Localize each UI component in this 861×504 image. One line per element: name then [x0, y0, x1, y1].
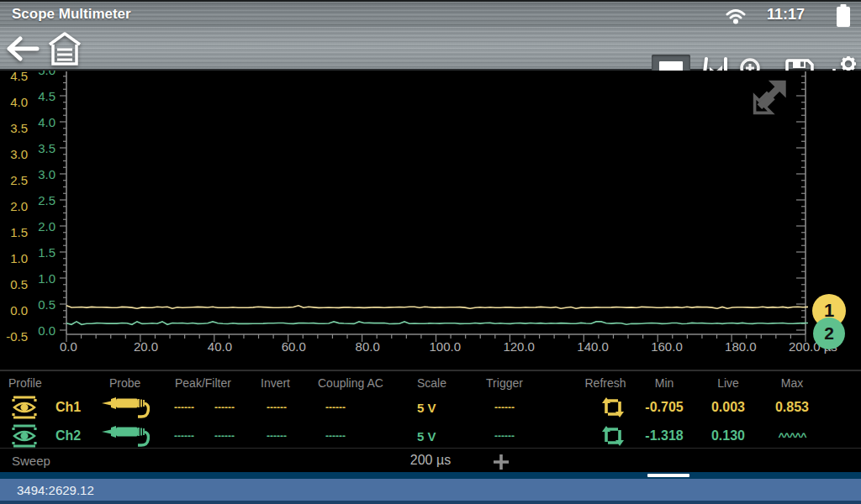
- channel1-row: Ch1 ------ ------ ------ ------ 5 V ----…: [0, 393, 861, 422]
- x-axis-label: 0.0: [60, 339, 77, 354]
- ch1-y-axis-label: 0.5: [0, 277, 28, 291]
- ch2-y-axis-label: 3.5: [30, 141, 55, 155]
- header-live: Live: [699, 376, 758, 390]
- toolbar: [0, 27, 861, 71]
- ch1-y-axis-label: -0.5: [0, 329, 28, 344]
- ch2-y-axis-label: 4.0: [30, 115, 55, 129]
- scope-plot: [0, 71, 861, 370]
- ch2-y-axis-label: 2.0: [30, 219, 55, 234]
- scope-multimeter-app: Scope Multimeter 11:17: [0, 0, 861, 504]
- x-axis-label: 20.0: [134, 339, 158, 354]
- ch2-coupling-setting[interactable]: ------: [325, 422, 346, 450]
- home-button[interactable]: [46, 29, 83, 69]
- header-coupling: Coupling AC: [318, 376, 383, 390]
- ch2-y-axis-label: 0.0: [30, 323, 55, 338]
- header-peak-filter: Peak/Filter: [175, 376, 231, 390]
- ch1-y-axis-label: 3.0: [0, 147, 28, 161]
- sweep-label: Sweep: [12, 454, 50, 468]
- ch2-filter-setting[interactable]: ------: [214, 422, 235, 450]
- footer-status-bar: 3494:2629.12: [0, 479, 861, 504]
- channel2-row: Ch2 ------ ------ ------ ------ 5 V ----…: [0, 422, 861, 450]
- ch1-y-axis-label: 4.5: [0, 71, 28, 83]
- ch2-y-axis-label: 1.0: [30, 271, 55, 286]
- ch1-y-axis-label: 1.5: [0, 225, 28, 239]
- channel-settings-panel: Profile Probe Peak/Filter Invert Couplin…: [0, 370, 861, 448]
- ch2-peak-setting[interactable]: ------: [174, 422, 194, 450]
- scope-graph-area[interactable]: 4.54.03.53.02.52.01.51.00.50.0-0.55.04.5…: [0, 71, 861, 370]
- nav-handle[interactable]: [647, 474, 689, 477]
- ch1-invert-setting[interactable]: ------: [267, 393, 287, 422]
- back-button[interactable]: [5, 30, 42, 67]
- header-scale: Scale: [417, 376, 446, 390]
- header-invert: Invert: [261, 376, 290, 390]
- app-title: Scope Multimeter: [12, 6, 131, 23]
- header-profile: Profile: [8, 376, 42, 390]
- x-axis-label: 80.0: [356, 339, 380, 354]
- ch2-label[interactable]: Ch2: [55, 422, 81, 450]
- ch1-profile-eye-icon[interactable]: [12, 393, 37, 422]
- x-axis-label: 40.0: [208, 339, 232, 354]
- ch1-y-axis-label: 2.5: [0, 173, 28, 187]
- ch1-y-axis-label: 0.0: [0, 303, 28, 318]
- ch2-probe-icon[interactable]: [101, 422, 150, 450]
- ch2-invert-setting[interactable]: ------: [267, 422, 287, 450]
- ch1-y-axis-label: 2.0: [0, 199, 28, 213]
- ch1-probe-icon[interactable]: [101, 393, 150, 422]
- ch1-filter-setting[interactable]: ------: [214, 393, 235, 422]
- ch1-min-value: -0.705: [635, 393, 694, 422]
- status-bar: Scope Multimeter 11:17: [0, 0, 861, 27]
- header-min: Min: [635, 376, 694, 390]
- ch1-scale[interactable]: 5 V: [417, 393, 436, 422]
- scope-trace[interactable]: [66, 322, 808, 324]
- header-refresh: Refresh: [580, 376, 631, 390]
- ch2-scale[interactable]: 5 V: [417, 422, 436, 450]
- ch2-trigger-setting[interactable]: ------: [484, 422, 525, 450]
- expand-icon[interactable]: [751, 77, 795, 121]
- x-axis-label: 100.0: [430, 339, 462, 354]
- ch1-max-value: 0.853: [763, 393, 821, 422]
- ch2-y-axis-label: 1.5: [30, 245, 55, 260]
- ch2-refresh-icon[interactable]: [600, 422, 626, 450]
- ch1-y-axis-label: 1.0: [0, 251, 28, 265]
- scope-trace[interactable]: [66, 306, 808, 308]
- ch2-y-axis-label: 0.5: [30, 297, 55, 312]
- nav-strip: [0, 472, 861, 479]
- ch1-trigger-setting[interactable]: ------: [484, 393, 525, 422]
- ch2-y-axis-label: 4.5: [30, 89, 55, 103]
- wifi-icon: [725, 7, 747, 29]
- x-axis-label: 180.0: [725, 339, 757, 354]
- clock: 11:17: [767, 6, 805, 24]
- x-axis-label: 160.0: [651, 339, 683, 354]
- ch2-live-value: 0.130: [699, 422, 758, 450]
- ch1-refresh-icon[interactable]: [600, 393, 626, 422]
- sweep-row: Sweep 200 µs: [0, 448, 861, 472]
- ch2-y-axis-label: 2.5: [30, 193, 55, 207]
- ch2-profile-eye-icon[interactable]: [12, 422, 37, 450]
- x-axis-label: 60.0: [282, 339, 306, 354]
- ch2-y-axis-label: 3.0: [30, 167, 55, 181]
- ch2-min-value: -1.318: [635, 422, 694, 450]
- ch1-peak-setting[interactable]: ------: [174, 393, 194, 422]
- footer-readout: 3494:2629.12: [17, 483, 94, 497]
- header-max: Max: [763, 376, 821, 390]
- add-sweep-icon[interactable]: [490, 451, 512, 473]
- ch2-max-value: ^^^^^: [763, 422, 821, 450]
- ch1-y-axis-label: 4.0: [0, 95, 28, 109]
- ch2-y-axis-label: 5.0: [30, 71, 55, 77]
- channel2-marker[interactable]: 2: [813, 318, 845, 349]
- sweep-value[interactable]: 200 µs: [380, 453, 481, 468]
- ch1-live-value: 0.003: [699, 393, 758, 422]
- header-probe: Probe: [109, 376, 140, 390]
- header-trigger: Trigger: [484, 376, 525, 390]
- ch1-label[interactable]: Ch1: [55, 393, 81, 422]
- ch1-y-axis-label: 3.5: [0, 121, 28, 135]
- x-axis-label: 140.0: [577, 339, 609, 354]
- ch1-coupling-setting[interactable]: ------: [325, 393, 346, 422]
- x-axis-label: 120.0: [503, 339, 535, 354]
